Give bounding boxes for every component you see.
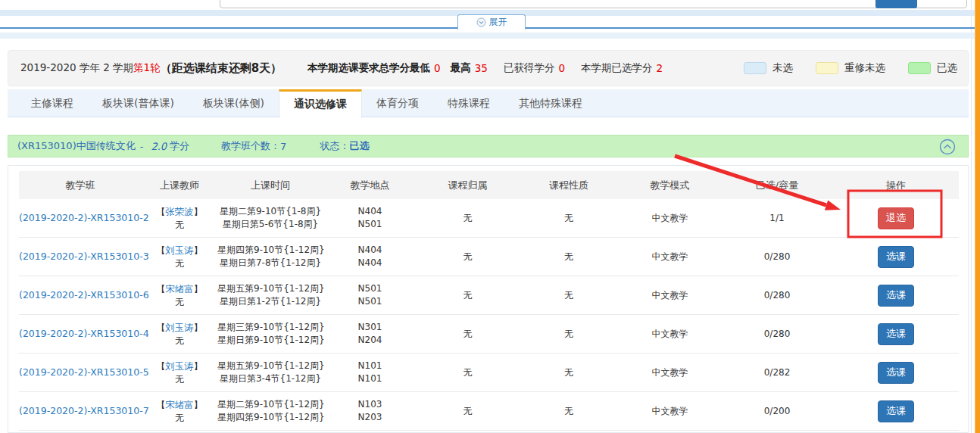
location-line-1: N404 (323, 205, 417, 218)
location-cell: N404N501 (323, 205, 417, 231)
teacher-link[interactable]: 刘玉涛 (165, 322, 194, 333)
select-course-button[interactable]: 选课 (878, 246, 914, 268)
teacher-link[interactable]: 张荣波 (165, 206, 194, 217)
teacher-extra: 无 (142, 412, 217, 425)
legend-label-unselected: 未选 (772, 61, 793, 75)
collapse-section-icon[interactable] (939, 139, 956, 155)
teacher-bracket-open: 【 (156, 207, 165, 217)
action-cell: 选课 (833, 246, 959, 268)
teaching-mode-cell: 中文教学 (619, 405, 721, 418)
class-table-panel: 教学班上课教师上课时间教学地点课程归属课程性质教学模式已选/容量操作 (2019… (8, 165, 969, 433)
action-cell: 选课 (833, 400, 959, 422)
teacher-extra: 无 (142, 257, 217, 270)
select-course-button[interactable]: 选课 (878, 400, 914, 422)
legend-label-selected: 已选 (937, 61, 957, 75)
tab-special[interactable]: 特殊课程 (433, 89, 504, 117)
table-row: (2019-2020-2)-XR153010-5【刘玉涛】无星期五第9-10节{… (19, 354, 959, 392)
orange-side-strip (975, 0, 980, 433)
tab-block-pe-test[interactable]: 板块课(体侧) (189, 89, 279, 117)
course-nature-cell: 无 (519, 328, 619, 341)
search-input-fragment[interactable] (220, 0, 967, 8)
time-line-1: 星期四第9-10节{1-12周} (217, 244, 323, 257)
min-credits-value: 0 (434, 62, 441, 74)
location-cell: N301N204 (323, 321, 417, 347)
location-line-1: N404 (323, 244, 417, 257)
teacher-line: 【宋绪富】 (142, 282, 217, 296)
class-id-cell: (2019-2020-2)-XR153010-3 (19, 250, 142, 263)
table-row: (2019-2020-2)-XR153010-3【刘玉涛】无星期四第9-10节{… (19, 238, 959, 276)
location-line-2: N501 (323, 295, 417, 308)
teacher-line: 【宋绪富】 (142, 398, 217, 412)
time-cell: 星期三第9-10节{1-12周}星期日第9-10节{1-12周} (217, 321, 323, 347)
max-credits-value: 35 (475, 62, 488, 74)
class-id-cell: (2019-2020-2)-XR153010-4 (19, 327, 142, 341)
course-credits-value: 2.0 (151, 141, 167, 152)
teacher-link[interactable]: 宋绪富 (165, 283, 194, 294)
earned-credits-label: 已获得学分 (504, 61, 555, 75)
class-id-link[interactable]: (2019-2020-2)-XR153010-5 (19, 366, 149, 378)
capacity-cell: 0/200 (721, 405, 833, 418)
select-course-button[interactable]: 选课 (878, 323, 914, 345)
legend: 未选重修未选已选 (744, 51, 957, 86)
table-row: (2019-2020-2)-XR153010-6【宋绪富】无星期五第9-10节{… (19, 276, 959, 315)
status-label: 状态： (320, 139, 349, 153)
tab-major[interactable]: 主修课程 (17, 89, 88, 117)
location-line-2: N203 (323, 411, 417, 424)
class-id-cell: (2019-2020-2)-XR153010-2 (19, 211, 142, 225)
teaching-mode-cell: 中文教学 (619, 366, 721, 379)
search-button-fragment[interactable] (875, 0, 917, 8)
teacher-extra: 无 (142, 335, 217, 347)
teacher-cell: 【宋绪富】无 (142, 398, 217, 425)
teacher-line: 【刘玉涛】 (142, 360, 217, 373)
class-id-link[interactable]: (2019-2020-2)-XR153010-3 (19, 251, 149, 262)
class-id-link[interactable]: (2019-2020-2)-XR153010-6 (19, 289, 149, 301)
tab-pe-items[interactable]: 体育分项 (362, 89, 433, 117)
table-row: (2019-2020-2)-XR153010-4【刘玉涛】无星期三第9-10节{… (19, 315, 959, 354)
column-header-8: 操作 (833, 179, 959, 192)
tab-general-elective[interactable]: 通识选修课 (279, 89, 362, 118)
action-cell: 退选 (833, 207, 959, 229)
teacher-extra: 无 (142, 373, 217, 386)
action-cell: 选课 (833, 362, 959, 384)
teacher-bracket-open: 【 (156, 400, 165, 410)
time-line-2: 星期日第9-10节{1-12周} (217, 334, 323, 347)
teaching-mode-cell: 中文教学 (619, 212, 721, 225)
teacher-extra: 无 (142, 219, 217, 232)
class-id-link[interactable]: (2019-2020-2)-XR153010-4 (19, 328, 149, 339)
select-course-button[interactable]: 选课 (878, 285, 914, 307)
tab-other-special[interactable]: 其他特殊课程 (504, 89, 597, 117)
class-id-link[interactable]: (2019-2020-2)-XR153010-7 (19, 405, 149, 416)
teacher-line: 【刘玉涛】 (142, 321, 217, 335)
course-belong-cell: 无 (417, 251, 519, 263)
max-credits-label: 最高 (451, 61, 471, 75)
teacher-bracket-close: 】 (194, 361, 203, 372)
time-line-1: 星期二第9-10节{1-8周} (217, 205, 323, 218)
term-text: 2019-2020 学年 2 学期 (20, 61, 133, 75)
selection-info-line: 2019-2020 学年 2 学期 第1轮 （ 距选课结束还剩8天 ） 本学期选… (20, 51, 666, 86)
class-id-link[interactable]: (2019-2020-2)-XR153010-2 (19, 212, 149, 223)
teacher-link[interactable]: 刘玉涛 (165, 360, 194, 372)
teacher-link[interactable]: 宋绪富 (165, 399, 194, 410)
page-right-border (971, 0, 972, 433)
time-cell: 星期二第9-10节{1-8周}星期日第5-6节{1-8周} (217, 205, 323, 231)
action-cell: 选课 (833, 323, 959, 345)
requirement-label: 本学期选课要求总学分最低 (307, 61, 430, 75)
column-header-2: 上课时间 (217, 179, 323, 192)
location-cell: N101N101 (323, 360, 417, 385)
course-nature-cell: 无 (519, 366, 619, 379)
location-cell: N103N203 (323, 398, 417, 424)
time-line-2: 星期日第1-2节{1-12周} (217, 295, 323, 308)
earned-credits-value: 0 (558, 62, 565, 74)
legend-item-retake-unselected: 重修未选 (816, 61, 885, 75)
status-value: 已选 (349, 139, 369, 153)
teacher-bracket-close: 】 (194, 207, 203, 217)
time-line-2: 星期四第9-10节{1-12周} (217, 411, 323, 424)
teacher-link[interactable]: 刘玉涛 (165, 245, 194, 256)
table-header-row: 教学班上课教师上课时间教学地点课程归属课程性质教学模式已选/容量操作 (19, 171, 959, 199)
select-course-button[interactable]: 选课 (878, 362, 914, 384)
expand-button[interactable]: 展开 (457, 14, 526, 30)
tab-block-general-pe[interactable]: 板块课(普体课) (88, 89, 189, 117)
time-line-2: 星期日第3-4节{1-12周} (217, 372, 323, 385)
withdraw-course-button[interactable]: 退选 (878, 207, 914, 229)
teacher-bracket-open: 【 (156, 322, 165, 333)
